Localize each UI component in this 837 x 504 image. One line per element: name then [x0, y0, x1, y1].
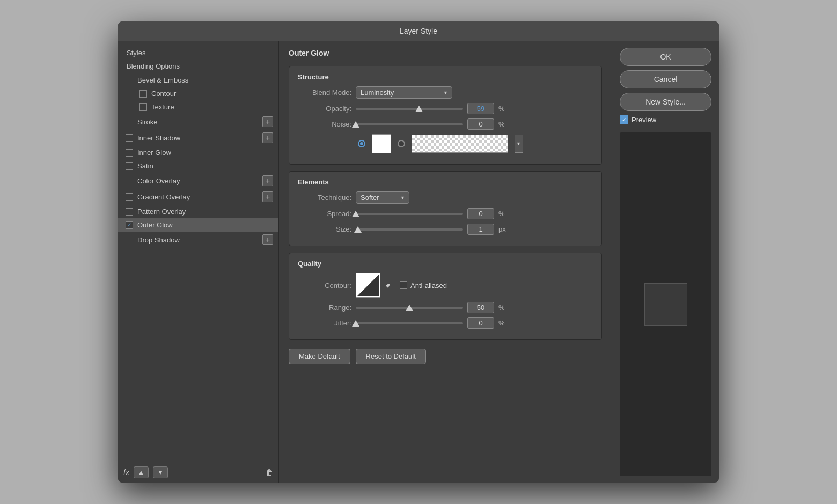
- sidebar-item-color-overlay[interactable]: Color Overlay +: [118, 173, 278, 189]
- sidebar-item-outer-glow[interactable]: Outer Glow: [118, 218, 278, 232]
- add-stroke-btn[interactable]: +: [262, 116, 273, 127]
- label-pattern-overlay: Pattern Overlay: [137, 207, 273, 216]
- sidebar-item-texture[interactable]: Texture: [118, 100, 278, 114]
- solid-color-radio[interactable]: [358, 140, 365, 147]
- checkbox-satin[interactable]: [126, 162, 133, 170]
- jitter-slider[interactable]: [356, 322, 463, 324]
- noise-unit: %: [498, 120, 509, 128]
- checkbox-color-overlay[interactable]: [126, 177, 133, 184]
- size-unit: px: [498, 225, 509, 233]
- structure-title: Structure: [298, 73, 593, 81]
- styles-header[interactable]: Styles: [118, 47, 278, 60]
- blend-mode-label: Blend Mode:: [298, 88, 351, 97]
- spread-label: Spread:: [298, 210, 351, 218]
- sidebar-item-contour[interactable]: Contour: [118, 87, 278, 100]
- spread-row: Spread: %: [298, 208, 593, 219]
- sidebar-item-drop-shadow[interactable]: Drop Shadow +: [118, 232, 278, 248]
- checkbox-bevel-emboss[interactable]: [126, 77, 133, 84]
- opacity-row: Opacity: %: [298, 103, 593, 114]
- move-up-btn[interactable]: ▲: [134, 466, 149, 478]
- add-gradient-overlay-btn[interactable]: +: [262, 191, 273, 202]
- checkbox-stroke[interactable]: [126, 118, 133, 125]
- contour-dropdown-btn[interactable]: ▼: [385, 281, 395, 290]
- blend-mode-wrap[interactable]: Luminosity Normal Multiply Screen Overla…: [356, 86, 452, 99]
- sidebar-item-inner-glow[interactable]: Inner Glow: [118, 146, 278, 159]
- range-unit: %: [498, 303, 509, 312]
- sidebar-item-pattern-overlay[interactable]: Pattern Overlay: [118, 205, 278, 218]
- technique-label: Technique:: [298, 194, 351, 202]
- add-color-overlay-btn[interactable]: +: [262, 175, 273, 186]
- sidebar-item-bevel-emboss[interactable]: Bevel & Emboss: [118, 73, 278, 87]
- preview-row: ✓ Preview: [620, 115, 711, 124]
- gradient-arrow-btn[interactable]: ▼: [515, 135, 523, 153]
- make-default-btn[interactable]: Make Default: [289, 349, 350, 364]
- quality-section: Quality Contour: ▼ Anti-aliased: [289, 253, 602, 340]
- anti-aliased-row[interactable]: Anti-aliased: [400, 281, 447, 290]
- sidebar-item-satin[interactable]: Satin: [118, 159, 278, 173]
- spread-slider[interactable]: [356, 213, 463, 215]
- technique-wrap[interactable]: Softer Precise: [356, 191, 409, 204]
- anti-aliased-label: Anti-aliased: [410, 281, 447, 290]
- color-radio-group: ▼: [298, 134, 593, 153]
- spread-unit: %: [498, 210, 509, 218]
- checkbox-gradient-overlay[interactable]: [126, 193, 133, 201]
- spread-input[interactable]: [467, 208, 494, 219]
- gradient-swatch[interactable]: [412, 135, 508, 153]
- jitter-thumb[interactable]: [352, 320, 359, 327]
- opacity-input[interactable]: [467, 103, 494, 114]
- add-drop-shadow-btn[interactable]: +: [262, 234, 273, 245]
- preview-box: [644, 283, 687, 326]
- preview-label: Preview: [632, 116, 656, 124]
- anti-aliased-checkbox[interactable]: [400, 281, 407, 289]
- checkbox-drop-shadow[interactable]: [126, 236, 133, 243]
- blend-mode-select[interactable]: Luminosity Normal Multiply Screen Overla…: [356, 86, 452, 99]
- contour-preview[interactable]: [356, 273, 380, 298]
- ok-btn[interactable]: OK: [620, 48, 711, 66]
- fx-label: fx: [123, 468, 129, 477]
- size-slider[interactable]: [356, 228, 463, 231]
- label-inner-shadow: Inner Shadow: [137, 134, 262, 142]
- dialog-title: Layer Style: [400, 27, 437, 35]
- right-panel: OK Cancel New Style... ✓ Preview: [612, 41, 719, 483]
- range-slider[interactable]: [356, 307, 463, 309]
- move-down-btn[interactable]: ▼: [153, 466, 168, 478]
- range-row: Range: %: [298, 302, 593, 313]
- noise-input[interactable]: [467, 118, 494, 130]
- color-swatch[interactable]: [372, 134, 391, 153]
- blending-options-item[interactable]: Blending Options: [118, 60, 278, 73]
- left-panel: Styles Blending Options Bevel & Emboss C…: [118, 41, 279, 483]
- noise-thumb[interactable]: [352, 121, 359, 128]
- size-thumb[interactable]: [354, 226, 362, 233]
- size-input[interactable]: [467, 224, 494, 235]
- range-thumb[interactable]: [406, 305, 413, 311]
- jitter-input[interactable]: [467, 317, 494, 329]
- opacity-slider[interactable]: [356, 108, 463, 110]
- gradient-radio[interactable]: [398, 140, 405, 147]
- cancel-btn[interactable]: Cancel: [620, 70, 711, 88]
- checkbox-inner-shadow[interactable]: [126, 134, 133, 142]
- checkbox-texture[interactable]: [140, 103, 147, 111]
- reset-to-default-btn[interactable]: Reset to Default: [356, 349, 426, 364]
- technique-select[interactable]: Softer Precise: [356, 191, 409, 204]
- checkbox-outer-glow[interactable]: [126, 221, 133, 229]
- sidebar-item-gradient-overlay[interactable]: Gradient Overlay +: [118, 189, 278, 205]
- jitter-unit: %: [498, 319, 509, 327]
- label-gradient-overlay: Gradient Overlay: [137, 193, 262, 201]
- sidebar-item-inner-shadow[interactable]: Inner Shadow +: [118, 130, 278, 146]
- sidebar-item-stroke[interactable]: Stroke +: [118, 114, 278, 130]
- delete-btn[interactable]: 🗑: [266, 468, 273, 477]
- preview-checkbox[interactable]: ✓: [620, 115, 628, 124]
- checkbox-contour[interactable]: [140, 90, 147, 98]
- checkbox-inner-glow[interactable]: [126, 149, 133, 157]
- noise-slider[interactable]: [356, 123, 463, 125]
- jitter-row: Jitter: %: [298, 317, 593, 329]
- label-inner-glow: Inner Glow: [137, 149, 273, 157]
- range-label: Range:: [298, 303, 351, 312]
- spread-thumb[interactable]: [352, 211, 359, 217]
- add-inner-shadow-btn[interactable]: +: [262, 132, 273, 143]
- range-input[interactable]: [467, 302, 494, 313]
- new-style-btn[interactable]: New Style...: [620, 93, 711, 111]
- checkbox-pattern-overlay[interactable]: [126, 208, 133, 216]
- left-footer: fx ▲ ▼ 🗑: [118, 462, 278, 483]
- opacity-thumb[interactable]: [415, 106, 423, 112]
